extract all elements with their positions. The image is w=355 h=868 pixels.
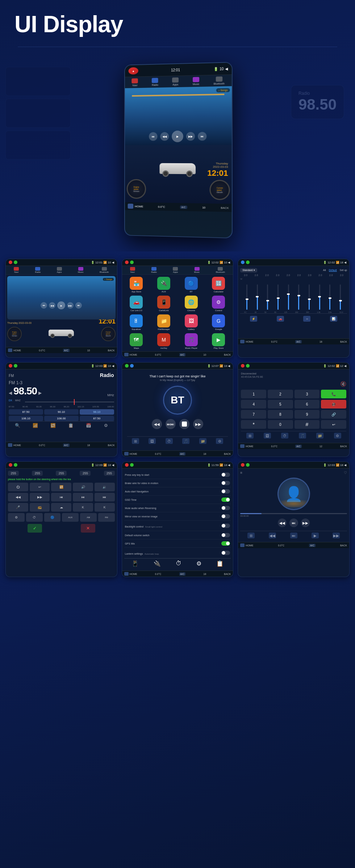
ss6-back[interactable]: BACK xyxy=(340,445,347,448)
ss7-icon-back[interactable]: ↩ xyxy=(30,483,50,491)
ss6-key-3[interactable]: 3 xyxy=(295,390,320,398)
ss6-key-star[interactable]: * xyxy=(241,420,266,429)
ss6-key-5[interactable]: 5 xyxy=(268,400,293,408)
ss4-arrow-left[interactable]: ◀ xyxy=(9,390,12,395)
ss7-icon-bt[interactable]: 🔵 xyxy=(44,513,61,522)
ss9-icon-2[interactable]: ◀◀ xyxy=(269,533,276,538)
ss3-slider-2[interactable] xyxy=(257,284,258,310)
ss2-nav-apps[interactable]: Apps xyxy=(173,267,178,273)
ss6-icon-4[interactable]: 🎵 xyxy=(299,433,306,439)
app-google[interactable]: G Google xyxy=(206,314,231,330)
ss6-key-4[interactable]: 4 xyxy=(241,400,266,408)
ss1-back[interactable]: BACK xyxy=(108,349,115,352)
ss8-toggle-4[interactable] xyxy=(221,497,230,502)
ss6-key-7[interactable]: 7 xyxy=(241,410,266,419)
ss8-toggle-9[interactable] xyxy=(221,541,230,546)
ss3-slider-8[interactable] xyxy=(319,284,320,310)
ss9-menu-icon[interactable]: ≡ xyxy=(240,471,242,475)
ss8-back[interactable]: BACK xyxy=(224,573,231,575)
ss6-icon-1[interactable]: ⊞ xyxy=(246,433,254,439)
ss9-icon-5[interactable]: ▶▶ xyxy=(333,533,340,538)
ss4-ac[interactable]: A/C xyxy=(63,444,70,447)
app-chrome[interactable]: 🌐 Chrome xyxy=(179,296,204,312)
ss2-ac[interactable]: A/C xyxy=(179,353,186,356)
ss8-icon-1[interactable]: 📱 xyxy=(131,560,139,567)
ss7-icon-k1[interactable]: K xyxy=(73,503,93,512)
ss2-nav-radio[interactable]: Radio xyxy=(151,267,157,273)
ss7-icon-rw[interactable]: ◀◀ xyxy=(8,493,28,501)
ss5-icon-6[interactable]: ⚙ xyxy=(216,438,223,444)
ss3-tab-setup[interactable]: Set up xyxy=(340,269,347,272)
ss3-slider-3[interactable] xyxy=(267,284,268,310)
ss5-icon-3[interactable]: ⏱ xyxy=(166,438,173,444)
hero-play-btn[interactable]: ▶ xyxy=(172,131,183,142)
ss6-key-2[interactable]: 2 xyxy=(268,390,293,398)
ss8-toggle-5[interactable] xyxy=(221,506,230,510)
ss8-toggle-2[interactable] xyxy=(221,481,230,485)
app-calc[interactable]: 🔢 Calculator xyxy=(206,277,231,293)
ss2-nav-bt[interactable]: Bluetooth xyxy=(216,267,225,273)
hero-back[interactable]: BACK xyxy=(221,206,229,209)
ss7-icon-ff[interactable]: ▶▶ xyxy=(30,493,50,501)
hero-next-btn[interactable]: ⏭ xyxy=(198,132,206,141)
ss5-home-btn[interactable]: HOME xyxy=(124,452,137,456)
ss1-ff[interactable]: ▶▶ xyxy=(67,302,74,309)
ss3-slider-4[interactable] xyxy=(277,284,279,310)
ss3-slider-10[interactable] xyxy=(340,284,341,310)
ss7-icon-power[interactable]: ⏻ xyxy=(8,483,28,491)
ss7-icon-cloud[interactable]: ☁ xyxy=(51,503,71,512)
ss6-key-6[interactable]: 6 xyxy=(295,400,320,408)
ss6-icon-6[interactable]: ⚙ xyxy=(334,433,341,439)
ss3-slider-6[interactable] xyxy=(298,284,299,310)
ss1-nav-bt[interactable]: Bluetooth xyxy=(100,267,109,273)
ss7-icon-timer[interactable]: ⏱ xyxy=(26,513,43,522)
hero-nav-navi[interactable]: Navi xyxy=(132,78,138,86)
ss6-key-end[interactable]: 📵 xyxy=(321,400,346,408)
app-playstore[interactable]: ▶ Play Store xyxy=(206,333,231,349)
ss3-eq-icon-4[interactable]: 📊 xyxy=(330,316,337,322)
ss1-nav-radio[interactable]: Radio xyxy=(35,267,41,273)
ss8-icon-5[interactable]: 📋 xyxy=(216,560,224,567)
ss1-home-btn[interactable]: HOME xyxy=(8,348,21,352)
app-moxey[interactable]: M moXey xyxy=(151,333,176,349)
ss9-home-btn[interactable]: HOME xyxy=(240,543,253,547)
ss8-toggle-10[interactable] xyxy=(221,551,230,555)
ss4-home-btn[interactable]: HOME xyxy=(8,443,21,447)
ss7-icon-vol-up[interactable]: 🔊 xyxy=(73,483,93,491)
ss3-tab-all[interactable]: All xyxy=(323,269,326,272)
ss9-time-track[interactable] xyxy=(240,513,347,514)
ss6-ac[interactable]: A/C xyxy=(295,445,302,448)
ss3-slider-5[interactable] xyxy=(288,284,289,310)
ss9-rw-btn[interactable]: ◀◀ xyxy=(278,518,287,527)
ss7-icon-k2[interactable]: K xyxy=(95,503,115,512)
ss5-icon-2[interactable]: 🖼 xyxy=(149,438,156,444)
ss8-toggle-7[interactable] xyxy=(221,524,230,528)
ss1-nav-music[interactable]: Music xyxy=(78,267,84,273)
ss4-arrow-right[interactable]: ▶ xyxy=(38,390,42,395)
ss3-eq-dropdown[interactable]: Standard ▾ xyxy=(240,268,257,272)
hero-ff-btn[interactable]: ▶▶ xyxy=(186,132,195,141)
ss2-back[interactable]: BACK xyxy=(224,353,231,356)
app-control[interactable]: ⚙ Control xyxy=(206,296,231,312)
ss4-preset-2[interactable]: 90.10 xyxy=(44,409,79,415)
ss9-icon-4[interactable]: ▶ xyxy=(312,533,319,538)
app-filemanager[interactable]: 📁 FileManager xyxy=(151,314,176,330)
ss9-heart-icon[interactable]: ♡ xyxy=(344,471,347,475)
hero-prev-btn[interactable]: ⏮ xyxy=(149,132,158,141)
ss3-eq-icon-3[interactable]: ↔ xyxy=(303,316,310,322)
ss7-x-btn[interactable]: ✕ xyxy=(81,524,95,533)
ss4-preset-4[interactable]: 106.10 xyxy=(9,416,43,421)
ss3-slider-1[interactable] xyxy=(246,284,247,310)
ss9-ff-btn[interactable]: ▶▶ xyxy=(301,518,310,527)
ss3-back[interactable]: BACK xyxy=(340,340,347,343)
ss8-home-btn[interactable]: HOME xyxy=(124,572,137,576)
ss6-key-call[interactable]: 📞 xyxy=(321,390,346,398)
ss8-toggle-8[interactable] xyxy=(221,533,230,537)
ss4-icon-settings[interactable]: ⚙ xyxy=(104,423,108,428)
ss2-home-btn[interactable]: HOME xyxy=(124,353,137,356)
ss5-ff-btn[interactable]: ▶▶ xyxy=(193,419,203,429)
ss3-slider-7[interactable] xyxy=(309,284,310,310)
ss1-nav-navi[interactable]: Navi xyxy=(14,267,19,273)
ss4-icon-signal[interactable]: 📶 xyxy=(33,423,38,428)
ss1-ac[interactable]: A/C xyxy=(63,349,70,352)
